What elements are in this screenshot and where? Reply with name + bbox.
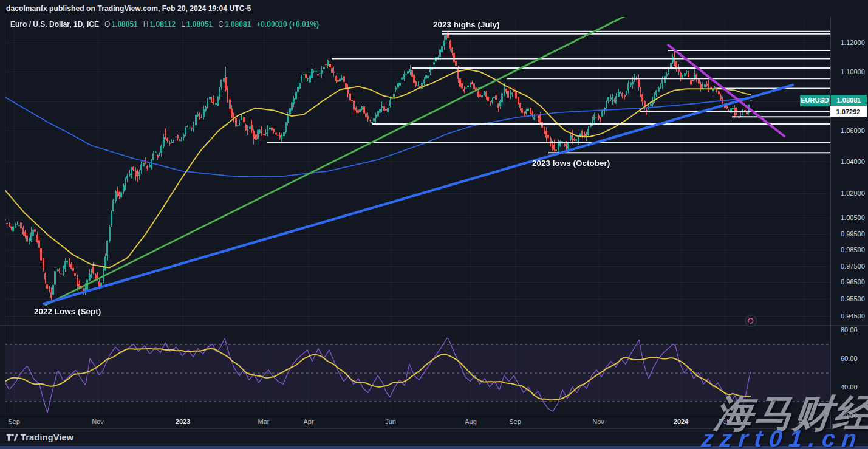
price-tick-label: 0.98500 [841,246,865,253]
time-tick-label: Apr [303,418,313,425]
pane-divider[interactable] [0,325,868,326]
published-info-text: dacolmanfx published on TradingView.com,… [6,4,251,13]
last-price-text: 1.08081 [837,97,861,104]
chart-annotation-text[interactable]: 2023 highs (July) [433,20,500,29]
tradingview-wordmark[interactable]: TradingView [21,433,73,442]
footer-bar: TradingView [0,429,868,446]
low-value: 1.08051 [186,20,213,29]
time-tick-label: 2024 [674,418,688,425]
drawing-price-axis-label: 1.07292 [830,106,867,117]
rsi-pane-canvas[interactable] [5,326,830,414]
price-tick-label: 1.12000 [841,39,865,46]
drawing-price-text: 1.07292 [836,108,861,115]
price-tick-label: 0.94500 [841,312,865,320]
plot-left-border [5,17,5,428]
symbol-price-flag: EURUSD [800,95,830,106]
price-tick-label: 1.04000 [841,158,865,165]
price-tick-label: 1.00500 [841,214,865,221]
time-tick-label: Feb [719,418,731,425]
time-tick-label: Nov [92,418,104,425]
high-label: H [143,20,149,29]
last-price-axis-label: 1.08081 [831,95,867,106]
time-tick-label: Jun [385,418,396,425]
time-axis-divider [0,414,868,414]
time-tick-label: Sep [509,418,521,425]
time-tick-label: Apr [798,418,808,425]
time-tick-label: Sep [8,418,20,425]
high-value: 1.08112 [149,20,176,29]
time-tick-label: Nov [592,418,604,425]
low-label: L [181,20,185,29]
price-pane-canvas[interactable] [5,17,830,325]
chart-status-icon[interactable] [745,315,757,327]
rsi-tick-label: 60.00 [841,355,858,362]
price-tick-label: 0.99500 [841,230,865,238]
pink-circular-arrow-icon [747,317,754,324]
rsi-tick-label: 80.00 [841,326,858,334]
change-value: +0.00010 (+0.01%) [256,20,319,29]
symbol-title: Euro / U.S. Dollar, 1D, ICE [10,20,99,29]
rsi-tick-label: 20.00 [841,412,858,419]
published-info-bar: dacolmanfx published on TradingView.com,… [0,0,868,18]
bottom-accent-strip [0,446,868,449]
close-label: C [218,20,224,29]
symbol-legend[interactable]: Euro / U.S. Dollar, 1D, ICE O1.08051 H1.… [10,20,319,29]
chart-annotation-text[interactable]: 2022 Lows (Sept) [34,307,101,316]
time-tick-label: 2023 [176,418,190,425]
price-tick-label: 0.96500 [841,278,865,286]
chart-annotation-text[interactable]: 2023 lows (October) [532,159,610,168]
close-value: 1.08081 [225,20,251,29]
open-value: 1.08051 [111,20,137,29]
symbol-price-flag-text: EURUSD [801,97,829,104]
time-tick-label: Mar [258,418,270,425]
open-label: O [104,20,110,29]
plot-right-border [830,17,831,428]
price-tick-label: 1.10000 [841,68,865,75]
rsi-tick-label: 40.00 [841,383,858,391]
price-tick-label: 0.97500 [841,262,865,270]
price-tick-label: 1.06000 [841,127,865,134]
price-tick-label: 0.95500 [841,295,865,303]
price-tick-label: 1.02000 [841,190,865,197]
tradingview-published-chart: dacolmanfx published on TradingView.com,… [0,0,868,449]
tradingview-logo-icon[interactable] [6,433,18,442]
time-tick-label: Aug [465,418,477,425]
